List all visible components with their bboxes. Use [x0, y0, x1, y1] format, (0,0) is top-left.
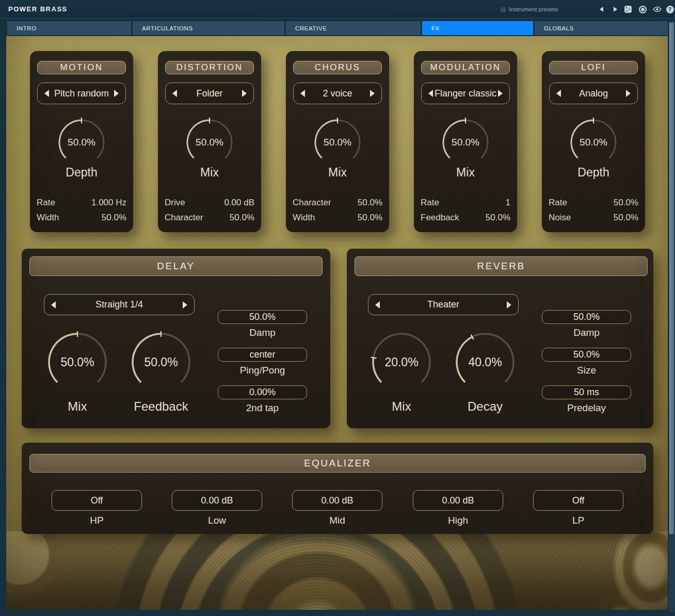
delay-mix-knob[interactable]: 50.0%: [45, 330, 109, 394]
motion-preset-value: Pitch random: [49, 88, 114, 99]
knob-value: 50.0%: [324, 137, 351, 148]
reverb-decay-knob[interactable]: 40.0%: [453, 330, 517, 394]
knob-value: 40.0%: [468, 355, 502, 369]
reverb-mix-knob[interactable]: 20.0%: [369, 330, 433, 394]
delay-preset-value: Straight 1/4: [56, 299, 183, 310]
knob-label: Depth: [30, 166, 133, 180]
eq-hp-value[interactable]: Off: [52, 490, 142, 511]
param-value: 1.000 Hz: [91, 198, 126, 208]
param-row[interactable]: Character 50.0%: [165, 210, 254, 225]
reverb-panel: REVERB Theater 20.0% Mix 40.0% Decay 50.…: [347, 249, 653, 428]
next-arrow-icon[interactable]: [370, 90, 375, 97]
equalizer-panel: EQUALIZER Off HP 0.00 dB Low 0.00 dB Mid…: [22, 443, 653, 534]
reverb-preset-selector[interactable]: Theater: [368, 294, 519, 315]
delay-feedback-knob[interactable]: 50.0%: [129, 330, 193, 394]
field-value[interactable]: 0.00%: [218, 385, 307, 399]
chorus-preset-selector[interactable]: 2 voice: [293, 83, 382, 104]
vertical-scrollbar[interactable]: [669, 21, 674, 612]
scrollbar-thumb[interactable]: [669, 23, 674, 534]
param-row[interactable]: Rate 1: [421, 195, 510, 210]
lofi-depth-knob[interactable]: 50.0%: [568, 117, 619, 168]
knob-label: Decay: [453, 399, 517, 414]
param-label: Character: [165, 213, 203, 223]
modulation-panel: MODULATION Flanger classic 50.0% Mix Rat…: [414, 51, 517, 232]
help-button[interactable]: ?: [665, 4, 675, 14]
delay-preset-selector[interactable]: Straight 1/4: [44, 294, 195, 315]
prev-arrow-icon[interactable]: [172, 90, 177, 97]
next-arrow-icon[interactable]: [626, 90, 631, 97]
param-row[interactable]: Rate 1.000 Hz: [37, 195, 126, 210]
distortion-mix-knob[interactable]: 50.0%: [184, 117, 235, 168]
next-arrow-icon[interactable]: [242, 90, 247, 97]
next-arrow-icon[interactable]: [183, 301, 187, 309]
param-row[interactable]: Width 50.0%: [293, 210, 382, 225]
prev-arrow-icon[interactable]: [44, 90, 49, 97]
motion-preset-selector[interactable]: Pitch random: [37, 83, 126, 104]
tab-creative[interactable]: CREATIVE: [286, 21, 421, 35]
lofi-preset-value: Analog: [561, 88, 626, 99]
motion-params: Rate 1.000 Hz Width 50.0%: [37, 195, 126, 225]
distortion-preset-selector[interactable]: Folder: [165, 83, 254, 104]
param-row[interactable]: Width 50.0%: [37, 210, 126, 225]
modulation-preset-selector[interactable]: Flanger classic: [421, 83, 510, 104]
prev-arrow-icon[interactable]: [300, 90, 305, 97]
param-row[interactable]: Rate 50.0%: [549, 195, 638, 210]
random-preset-button[interactable]: [623, 4, 633, 14]
titlebar: POWER BRASS Instrument presets ?: [0, 0, 675, 19]
preview-button[interactable]: [652, 4, 662, 14]
field-value[interactable]: 50.0%: [542, 348, 631, 362]
param-row[interactable]: Noise 50.0%: [549, 210, 638, 225]
lofi-panel-title: LOFI: [549, 61, 638, 74]
prev-arrow-icon[interactable]: [428, 90, 433, 97]
distortion-params: Drive 0.00 dB Character 50.0%: [165, 195, 254, 225]
prev-arrow-icon[interactable]: [556, 90, 561, 97]
knob-label: Mix: [158, 166, 261, 180]
tab-articulations[interactable]: ARTICULATIONS: [133, 21, 284, 35]
delay-panel-title: DELAY: [29, 256, 323, 276]
next-arrow-icon[interactable]: [507, 301, 511, 309]
param-row[interactable]: Character 50.0%: [293, 195, 382, 210]
next-preset-button[interactable]: [610, 4, 620, 14]
tab-intro[interactable]: INTRO: [7, 21, 131, 35]
motion-depth-knob[interactable]: 50.0%: [56, 117, 107, 168]
eq-low-value[interactable]: 0.00 dB: [172, 490, 262, 511]
eq-band-label: High: [413, 515, 503, 526]
tab-fx[interactable]: FX: [422, 21, 533, 35]
param-row[interactable]: Feedback 50.0%: [421, 210, 510, 225]
lofi-preset-selector[interactable]: Analog: [549, 83, 638, 104]
knob-label: Mix: [369, 399, 433, 414]
field-value[interactable]: 50.0%: [218, 310, 307, 324]
distortion-preset-value: Folder: [177, 88, 242, 99]
tab-bar: INTRO ARTICULATIONS CREATIVE FX GLOBALS: [7, 21, 668, 35]
eq-band-label: Low: [172, 515, 262, 526]
next-arrow-icon[interactable]: [498, 90, 503, 97]
param-value: 50.0%: [486, 213, 510, 223]
target-icon: [639, 6, 647, 13]
param-row[interactable]: Drive 0.00 dB: [165, 195, 254, 210]
field-value[interactable]: center: [218, 348, 307, 362]
param-value: 50.0%: [614, 198, 638, 208]
tab-globals[interactable]: GLOBALS: [535, 21, 668, 35]
chorus-mix-knob[interactable]: 50.0%: [312, 117, 363, 168]
previous-preset-button[interactable]: [596, 4, 606, 14]
prev-arrow-icon[interactable]: [375, 301, 380, 309]
eq-mid-value[interactable]: 0.00 dB: [292, 490, 382, 511]
param-value: 50.0%: [358, 198, 382, 208]
settings-button[interactable]: [637, 4, 648, 14]
prev-arrow-icon[interactable]: [51, 301, 56, 309]
eq-lp-value[interactable]: Off: [533, 490, 623, 511]
field-value[interactable]: 50.0%: [542, 310, 631, 324]
reverb-damp-field: 50.0% Damp: [542, 310, 631, 338]
knob-value: 50.0%: [196, 137, 223, 148]
field-value[interactable]: 50 ms: [542, 385, 631, 399]
next-arrow-icon[interactable]: [114, 90, 119, 97]
knob-label: Depth: [542, 166, 645, 180]
delay-pingpong-field: center Ping/Pong: [218, 348, 307, 376]
param-label: Rate: [549, 198, 567, 208]
modulation-mix-knob[interactable]: 50.0%: [440, 117, 491, 168]
instrument-presets-menu[interactable]: Instrument presets: [501, 5, 558, 13]
fx-page: MOTION Pitch random 50.0% Depth Rate 1.0…: [6, 36, 668, 610]
param-value: 50.0%: [102, 213, 126, 223]
param-label: Rate: [421, 198, 439, 208]
eq-high-value[interactable]: 0.00 dB: [413, 490, 503, 511]
